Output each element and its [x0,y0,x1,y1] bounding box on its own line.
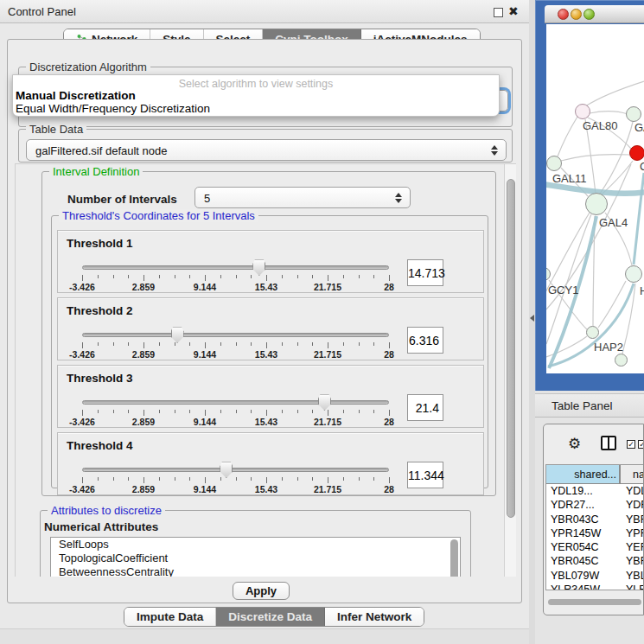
list-item[interactable]: TopologicalCoefficient [51,552,460,565]
slider-tick [220,410,221,413]
network-node[interactable] [585,193,608,215]
slider-tick [251,410,252,413]
table-row[interactable]: YBR043CYBR0 [546,513,644,526]
slider-tick [359,342,360,346]
slider-tick [236,410,237,413]
list-item[interactable]: BetweennessCentrality [51,565,460,577]
divider-collapse-icon[interactable] [530,315,534,322]
settings-scrollbar-thumb[interactable] [507,179,515,518]
threshold-2-value-field[interactable]: 6.316 [407,327,443,354]
list-item[interactable]: SelfLoops [51,538,460,552]
number-of-intervals-combo[interactable]: 5 [194,187,411,208]
table-row[interactable]: YDR27...YDR2 [546,498,644,512]
slider-tick [189,410,190,413]
node-label: H [640,284,644,297]
table-row[interactable]: YBL079WYBL0 [546,569,644,583]
table-row[interactable]: YBR045CYBR0 [546,554,644,568]
network-canvas[interactable]: GAL80 GA C GAL11 GAL4 GCY1 H HAP2 [546,24,644,373]
slider-tick [297,410,298,413]
slider-tick [343,275,344,278]
popup-item[interactable]: Equal Width/Frequency Discretization [13,102,499,115]
checkbox-icon[interactable]: ✓ [638,440,644,449]
close-icon[interactable]: ✖ [508,4,519,18]
column-header-shared[interactable]: shared... [546,465,621,483]
slider-tick-label: 2.859 [132,484,155,494]
column-header-name[interactable]: na [621,465,644,483]
numerical-attributes-list[interactable]: SelfLoopsTopologicalCoefficientBetweenne… [50,537,461,577]
threshold-4-value-field[interactable]: 11.344 [407,462,443,488]
table-row[interactable]: YER054CYER0 [546,540,644,554]
list-scrollbar[interactable] [450,539,458,577]
threshold-3-slider[interactable]: -3.4262.8599.14415.4321.71528 [80,366,391,429]
slider-tick [159,275,160,278]
slider-track[interactable] [82,333,389,337]
threshold-1-slider[interactable]: -3.4262.8599.14415.4321.71528 [80,231,391,294]
slider-thumb[interactable] [171,327,184,343]
popup-item[interactable]: Manual Discretization [13,89,499,102]
threshold-1-value-field[interactable]: 14.713 [407,259,443,286]
slider-tick [359,410,360,413]
checkbox-icon[interactable]: ✓ [627,440,635,449]
network-node[interactable] [575,104,590,119]
slider-tick [98,410,99,413]
table-cell: YER0 [621,540,644,554]
panel-divider[interactable] [529,0,535,644]
settings-scrollbar[interactable] [504,164,516,577]
table-row[interactable]: YDL19...YDL1 [546,484,644,498]
apply-button[interactable]: Apply [233,582,290,600]
slider-tick [98,477,99,481]
slider-tick [205,275,206,281]
slider-track[interactable] [82,400,389,405]
node-table: shared... na YDL19...YDL1YDR27...YDR2YBR… [545,464,644,590]
network-node[interactable] [546,156,562,171]
network-node[interactable] [615,354,628,367]
slider-tick [189,275,190,278]
network-node[interactable] [626,106,641,122]
table-cell: YBR0 [621,554,644,568]
float-window-icon[interactable] [494,8,503,17]
threshold-4-slider[interactable]: -3.4262.8599.14415.4321.71528 [80,433,391,496]
column-layout-icon[interactable] [601,436,616,450]
slider-thumb[interactable] [252,259,265,276]
tab-discretize-data[interactable]: Discretize Data [216,608,325,626]
close-traffic-light-icon[interactable] [558,9,569,20]
slider-tick [128,342,129,346]
threshold-2-slider[interactable]: -3.4262.8599.14415.4321.71528 [80,298,391,361]
slider-tick [220,275,221,278]
slider-tick [282,275,283,278]
slider-tick [328,275,328,281]
node-label: C [640,160,644,173]
attributes-group-label: Attributes to discretize [48,504,165,517]
slider-tick [389,275,390,281]
zoom-traffic-light-icon[interactable] [583,9,595,20]
gear-icon[interactable]: ⚙ [568,435,581,453]
network-node[interactable] [629,145,644,161]
table-cell: YPR145W [546,526,621,540]
slider-tick [175,342,175,346]
slider-tick [189,477,190,481]
slider-thumb[interactable] [318,394,331,411]
slider-track[interactable] [82,265,389,270]
slider-tick [175,410,175,413]
table-horizontal-scrollbar[interactable] [548,599,641,605]
network-node[interactable] [586,326,599,339]
minimize-traffic-light-icon[interactable] [571,9,582,20]
table-row[interactable]: YLR345WYLR3 [546,583,644,590]
table-data-combo[interactable]: galFiltered.sif default node [26,139,507,161]
threshold-3-value-field[interactable]: 21.4 [407,394,443,421]
table-row[interactable]: YPR145WYPR1 [546,526,644,540]
slider-tick [251,275,252,278]
tab-infer-network[interactable]: Infer Network [325,608,424,626]
bottom-tab-bar: Impute Data Discretize Data Infer Networ… [124,607,424,627]
combo-arrows-icon [395,192,402,204]
slider-tick-label: 28 [384,484,394,494]
tab-impute-data[interactable]: Impute Data [124,608,216,626]
slider-tick [373,477,374,481]
slider-tick [312,410,313,413]
slider-tick [159,342,160,346]
slider-thumb[interactable] [220,462,233,478]
slider-tick-label: -3.426 [69,484,95,494]
slider-tick-label: 28 [384,417,394,427]
network-node[interactable] [625,265,642,283]
slider-track[interactable] [82,468,389,472]
